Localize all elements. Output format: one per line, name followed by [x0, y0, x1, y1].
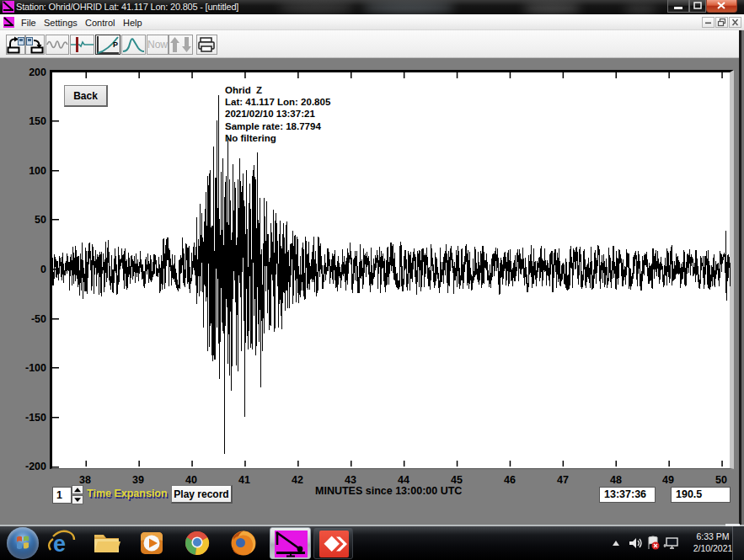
- svg-text:P: P: [113, 40, 118, 49]
